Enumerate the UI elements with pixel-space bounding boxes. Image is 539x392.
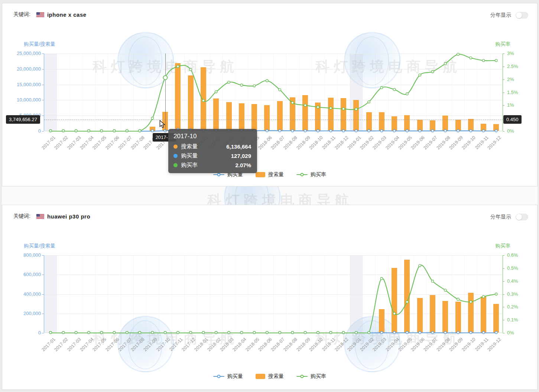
data-point-marker <box>151 117 153 119</box>
panel-header: 关键词: iphone x case <box>13 11 87 18</box>
data-point-marker <box>177 331 179 334</box>
right-axis-tick-label: 2% <box>507 77 514 82</box>
data-point-marker <box>380 278 383 280</box>
x-axis-tick-label: 2017-02 <box>53 135 69 150</box>
x-axis-tick-label: 2018-07 <box>270 337 286 352</box>
right-axis-tick <box>503 54 504 54</box>
left-axis-tick <box>42 131 44 132</box>
x-axis-tick-label: 2018-04 <box>232 337 247 352</box>
right-axis-title: 购买率 <box>496 243 511 249</box>
legend-label: 搜索量 <box>268 373 284 380</box>
left-axis-tick <box>42 255 44 256</box>
data-point-marker <box>266 80 268 82</box>
plot-area <box>44 255 503 333</box>
data-point-marker <box>495 59 497 62</box>
tooltip-series-value: 2.07% <box>207 162 251 168</box>
data-point-marker <box>100 130 103 132</box>
data-point-marker <box>470 130 472 132</box>
x-axis-tick-label: 2019-12 <box>486 337 502 352</box>
data-point-marker <box>482 59 484 62</box>
x-axis-tick-label: 2017-09 <box>143 337 158 352</box>
data-point-marker <box>164 331 166 334</box>
right-axis-tick <box>503 105 504 106</box>
x-axis-tick-label: 2017-05 <box>92 135 107 150</box>
data-point-marker <box>215 91 217 93</box>
data-point-marker <box>380 130 383 132</box>
x-axis-tick-label: 2019-08 <box>435 337 451 352</box>
left-axis-tick <box>42 314 44 314</box>
data-point-marker <box>329 107 332 109</box>
x-axis-tick-label: 2019-11 <box>474 337 490 352</box>
right-axis-tick <box>503 131 504 132</box>
markline-left-value-label: 3,749,656.27 <box>6 115 40 124</box>
x-axis-tick-label: 2019-06 <box>410 337 426 352</box>
legend-label: 搜索量 <box>268 171 284 178</box>
year-display-toggle[interactable] <box>516 12 528 19</box>
x-axis-tick-label: 2017-03 <box>66 135 82 150</box>
watermark-globe <box>224 187 280 205</box>
x-axis-tick-label: 2018-09 <box>295 135 311 150</box>
toggle-knob <box>516 214 522 220</box>
right-axis-tick-label: 3% <box>507 51 514 56</box>
x-axis-tick-label: 2017-11 <box>168 337 184 352</box>
right-axis-tick-label: 0.5% <box>507 265 518 271</box>
right-axis-tick <box>503 333 504 333</box>
data-point-marker <box>202 331 204 334</box>
x-axis-tick-label: 2019-07 <box>423 337 438 352</box>
right-axis-tick <box>503 93 504 93</box>
x-axis-tick-label: 2019-07 <box>423 135 438 150</box>
legend-ring <box>217 375 221 378</box>
x-axis-tick-label: 2018-06 <box>257 337 273 352</box>
x-axis-tick-label: 2019-03 <box>372 337 387 352</box>
left-axis-tick-label: 15,000,000 <box>17 82 41 87</box>
data-point-marker <box>393 88 395 91</box>
left-axis-tick-label: 0 <box>38 128 41 134</box>
x-axis-tick-label: 2018-01 <box>194 337 209 352</box>
data-point-marker <box>368 101 370 103</box>
right-axis-tick-label: 2.5% <box>507 64 518 69</box>
right-axis-tick-label: 0.1% <box>507 317 518 323</box>
data-point-marker <box>482 331 484 334</box>
data-point-marker <box>482 130 484 132</box>
x-axis-tick-label: 2017-04 <box>79 337 95 352</box>
data-point-marker <box>266 129 268 132</box>
data-point-marker <box>444 331 447 334</box>
us-flag-icon <box>36 12 44 17</box>
data-point-marker <box>317 331 319 334</box>
x-axis-tick-label: 2018-10 <box>308 337 324 352</box>
data-point-marker <box>368 130 370 132</box>
legend-label: 购买率 <box>311 171 326 178</box>
left-axis-tick-label: 400,000 <box>23 291 41 297</box>
watermark-text: 科灯跨境电商导航 <box>207 191 353 205</box>
legend-item-purchase-rate[interactable]: 购买率 <box>296 171 326 178</box>
data-point-marker <box>419 331 421 334</box>
x-axis-tick-label: 2019-03 <box>372 135 387 150</box>
legend-line-marker <box>296 376 308 377</box>
left-axis-tick-label: 10,000,000 <box>17 97 41 103</box>
legend-item-search-volume[interactable]: 搜索量 <box>256 373 284 380</box>
left-axis-tick-label: 600,000 <box>23 272 41 277</box>
tooltip-series-name: 购买率 <box>181 162 198 169</box>
year-display-toggle[interactable] <box>516 214 528 220</box>
data-point-marker <box>406 331 408 334</box>
line-series-layer <box>44 255 503 333</box>
right-axis-tick-label: 0% <box>507 330 514 336</box>
x-axis-tick-label: 2017-03 <box>66 337 82 352</box>
year-display-label: 分年显示 <box>490 12 511 19</box>
x-axis-tick-label: 2019-02 <box>359 135 375 150</box>
data-point-marker <box>317 106 319 108</box>
legend-line-marker <box>213 376 224 377</box>
data-point-marker <box>495 293 497 295</box>
data-point-marker <box>189 68 192 71</box>
x-axis-tick-label: 2019-02 <box>359 337 375 352</box>
left-axis-title: 购买量/搜索量 <box>24 41 55 48</box>
x-axis-tick-label: 2018-03 <box>219 337 235 352</box>
data-point-marker <box>470 331 472 334</box>
legend-item-search-volume[interactable]: 搜索量 <box>256 171 284 178</box>
data-point-marker <box>317 130 319 132</box>
legend-item-purchase-volume[interactable]: 购买量 <box>213 373 243 380</box>
legend-item-purchase-rate[interactable]: 购买率 <box>296 373 326 380</box>
data-point-marker <box>266 331 268 334</box>
panel-gap: 科灯跨境电商导航 <box>2 187 538 205</box>
data-point-marker <box>406 301 408 303</box>
